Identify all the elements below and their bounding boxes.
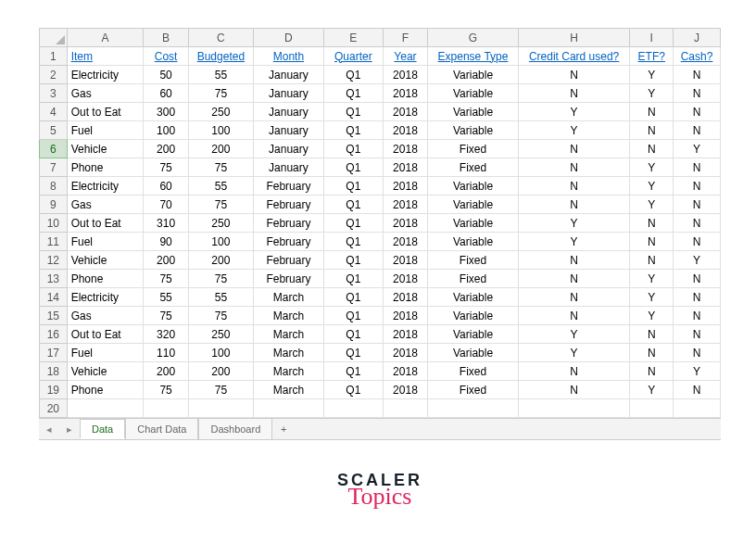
cell-etf[interactable]: Y	[630, 196, 674, 214]
cell-year[interactable]: 2018	[383, 158, 428, 177]
cell-year[interactable]: 2018	[383, 177, 428, 196]
cell-H1[interactable]: Credit Card used?	[518, 47, 630, 66]
cell-year[interactable]: 2018	[383, 344, 428, 362]
cell-item[interactable]: Gas	[67, 307, 144, 325]
cell-cost[interactable]: 60	[144, 84, 189, 103]
cell-budget[interactable]: 75	[188, 381, 253, 399]
cell-cash[interactable]: N	[674, 270, 721, 288]
cell-expense-type[interactable]: Variable	[428, 325, 518, 344]
cell-item[interactable]: Electricity	[67, 177, 144, 196]
cell-quarter[interactable]: Q1	[324, 66, 384, 84]
cell-cash[interactable]: Y	[674, 140, 721, 158]
cell-credit-card[interactable]: N	[518, 288, 630, 307]
cell-expense-type[interactable]: Fixed	[428, 362, 518, 381]
cell-expense-type[interactable]: Fixed	[428, 251, 518, 270]
row-header-1[interactable]: 1	[40, 47, 68, 66]
sheet-tab-chart-data[interactable]: Chart Data	[125, 419, 198, 439]
cell-quarter[interactable]: Q1	[324, 288, 384, 307]
cell-month[interactable]: March	[253, 325, 323, 344]
cell-empty[interactable]	[674, 399, 721, 418]
cell-item[interactable]: Out to Eat	[67, 103, 144, 121]
cell-quarter[interactable]: Q1	[324, 214, 384, 233]
cell-budget[interactable]: 75	[188, 158, 253, 177]
tab-nav-prev[interactable]: ◂	[39, 423, 59, 436]
cell-year[interactable]: 2018	[383, 233, 428, 251]
cell-quarter[interactable]: Q1	[324, 325, 384, 344]
cell-etf[interactable]: Y	[630, 66, 674, 84]
cell-year[interactable]: 2018	[383, 140, 428, 158]
cell-year[interactable]: 2018	[383, 103, 428, 121]
cell-J1[interactable]: Cash?	[674, 47, 721, 66]
cell-month[interactable]: January	[253, 140, 323, 158]
cell-quarter[interactable]: Q1	[324, 177, 384, 196]
cell-year[interactable]: 2018	[383, 325, 428, 344]
cell-cash[interactable]: N	[674, 288, 721, 307]
cell-quarter[interactable]: Q1	[324, 362, 384, 381]
cell-I1[interactable]: ETF?	[630, 47, 674, 66]
row-header-12[interactable]: 12	[40, 251, 68, 270]
cell-cash[interactable]: N	[674, 344, 721, 362]
cell-item[interactable]: Phone	[67, 381, 144, 399]
row-header-6[interactable]: 6	[40, 140, 68, 158]
cell-cash[interactable]: N	[674, 325, 721, 344]
tab-nav-next[interactable]: ▸	[59, 423, 80, 436]
cell-quarter[interactable]: Q1	[324, 196, 384, 214]
cell-year[interactable]: 2018	[383, 307, 428, 325]
grid[interactable]: A B C D E F G H I J 1 Item Cost Budgeted…	[39, 28, 721, 418]
row-header-2[interactable]: 2	[40, 66, 68, 84]
cell-month[interactable]: February	[253, 214, 323, 233]
cell-item[interactable]: Gas	[67, 84, 144, 103]
cell-credit-card[interactable]: Y	[518, 103, 630, 121]
cell-empty[interactable]	[383, 399, 428, 418]
cell-quarter[interactable]: Q1	[324, 103, 384, 121]
col-header-E[interactable]: E	[324, 29, 384, 47]
cell-cost[interactable]: 110	[144, 344, 189, 362]
cell-empty[interactable]	[144, 399, 189, 418]
cell-etf[interactable]: Y	[630, 381, 674, 399]
cell-budget[interactable]: 100	[188, 233, 253, 251]
cell-month[interactable]: March	[253, 344, 323, 362]
cell-B1[interactable]: Cost	[144, 47, 189, 66]
cell-empty[interactable]	[188, 399, 253, 418]
cell-credit-card[interactable]: N	[518, 66, 630, 84]
cell-credit-card[interactable]: N	[518, 362, 630, 381]
cell-item[interactable]: Phone	[67, 158, 144, 177]
cell-month[interactable]: February	[253, 196, 323, 214]
row-header-13[interactable]: 13	[40, 270, 68, 288]
cell-cash[interactable]: N	[674, 103, 721, 121]
cell-etf[interactable]: N	[630, 251, 674, 270]
cell-year[interactable]: 2018	[383, 214, 428, 233]
cell-item[interactable]: Fuel	[67, 233, 144, 251]
cell-A1[interactable]: Item	[67, 47, 144, 66]
cell-budget[interactable]: 200	[188, 362, 253, 381]
cell-cost[interactable]: 60	[144, 177, 189, 196]
cell-cost[interactable]: 55	[144, 288, 189, 307]
col-header-C[interactable]: C	[188, 29, 253, 47]
row-header-18[interactable]: 18	[40, 362, 68, 381]
row-header-4[interactable]: 4	[40, 103, 68, 121]
cell-quarter[interactable]: Q1	[324, 233, 384, 251]
cell-credit-card[interactable]: N	[518, 177, 630, 196]
cell-empty[interactable]	[630, 399, 674, 418]
cell-etf[interactable]: N	[630, 103, 674, 121]
cell-expense-type[interactable]: Variable	[428, 66, 518, 84]
col-header-D[interactable]: D	[253, 29, 323, 47]
cell-C1[interactable]: Budgeted	[188, 47, 253, 66]
cell-cost[interactable]: 200	[144, 140, 189, 158]
cell-etf[interactable]: N	[630, 121, 674, 140]
cell-budget[interactable]: 200	[188, 140, 253, 158]
cell-expense-type[interactable]: Variable	[428, 121, 518, 140]
cell-item[interactable]: Vehicle	[67, 251, 144, 270]
cell-quarter[interactable]: Q1	[324, 344, 384, 362]
cell-empty[interactable]	[518, 399, 630, 418]
cell-month[interactable]: March	[253, 288, 323, 307]
cell-cash[interactable]: N	[674, 84, 721, 103]
cell-etf[interactable]: Y	[630, 84, 674, 103]
cell-expense-type[interactable]: Variable	[428, 344, 518, 362]
cell-month[interactable]: January	[253, 66, 323, 84]
cell-quarter[interactable]: Q1	[324, 121, 384, 140]
cell-budget[interactable]: 55	[188, 66, 253, 84]
row-header-9[interactable]: 9	[40, 196, 68, 214]
add-sheet-button[interactable]: +	[272, 423, 295, 435]
cell-cash[interactable]: N	[674, 66, 721, 84]
